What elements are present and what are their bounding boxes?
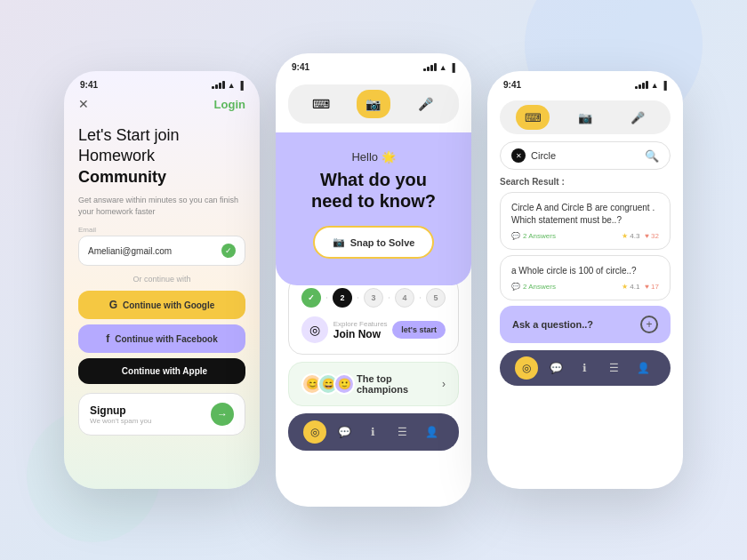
ask-text: Ask a question..? [512, 319, 593, 330]
google-icon: G [109, 299, 117, 311]
status-bar-3: 9:41 ▲ ▐ [487, 71, 683, 93]
phone-search: 9:41 ▲ ▐ ⌨ 📷 🎤 ✕ Circle 🔍 [487, 71, 683, 489]
nav-chat-button[interactable]: 💬 [333, 420, 356, 444]
answers-1: 💬 2 Answers [511, 232, 556, 240]
nav-info-btn-3[interactable]: ℹ [574, 356, 597, 380]
join-row: ◎ Explore Features Join Now let's start [301, 316, 446, 343]
step-line-4 [420, 297, 421, 299]
wifi-icon-2: ▲ [439, 63, 447, 72]
status-icons-1: ▲ ▐ [212, 81, 244, 90]
p2-toolbar: ⌨ 📷 🎤 [288, 84, 459, 124]
email-label: Email [64, 226, 260, 236]
rating-value-1: 4.3 [630, 232, 639, 240]
phone-snap: 9:41 ▲ ▐ ⌨ 📷 🎤 Hello 🌟 What do youne [276, 53, 471, 507]
camera-tool-button[interactable]: 📷 [357, 90, 390, 118]
champions-card[interactable]: 😊 😄 🙂 The top champions › [288, 362, 459, 406]
keyboard-tool-button[interactable]: ⌨ [304, 90, 338, 118]
signal-icon-2 [423, 63, 437, 71]
answers-count-2: 2 Answers [523, 283, 556, 291]
nav-info-button[interactable]: ℹ [362, 420, 385, 444]
nav-chat-btn-3[interactable]: 💬 [544, 356, 567, 380]
explore-icon: ◎ [301, 316, 328, 343]
champions-arrow: › [442, 378, 446, 390]
bottom-nav-3: ◎ 💬 ℹ ☰ 👤 [500, 350, 671, 386]
google-label: Continue with Google [123, 300, 214, 310]
nav-user-button[interactable]: 👤 [421, 420, 444, 444]
login-button[interactable]: Login [214, 98, 245, 111]
rating-1: ★ 4.3 [622, 232, 639, 240]
hero-area: Hello 🌟 What do youneed to know? 📷 Snap … [276, 132, 471, 285]
hello-text: Hello 🌟 [293, 150, 454, 164]
signup-title: Signup [90, 404, 151, 417]
bottom-nav-2: ◎ 💬 ℹ ☰ 👤 [288, 413, 459, 451]
steps-row: ✓ 2 3 4 5 [301, 288, 446, 308]
status-time-2: 9:41 [292, 62, 309, 72]
signup-card[interactable]: Signup We won't spam you → [78, 393, 245, 436]
wifi-icon-1: ▲ [228, 81, 236, 90]
phones-container: 9:41 ▲ ▐ ✕ Login Let's Start joinHomewor… [46, 36, 701, 524]
snap-camera-icon: 📷 [333, 236, 345, 248]
mic-tool-button[interactable]: 🎤 [409, 90, 443, 118]
email-field[interactable]: Ameliani@gmail.com ✓ [78, 236, 245, 266]
result-meta-2: 💬 2 Answers ★ 4.1 ♥ 17 [511, 283, 659, 291]
result-card-1[interactable]: Circle A and Circle B are congruent . Wh… [500, 192, 671, 250]
step-1: ✓ [301, 288, 321, 308]
answers-icon-1: 💬 [511, 232, 520, 240]
signup-arrow-button[interactable]: → [211, 403, 234, 426]
battery-icon-2: ▐ [450, 63, 455, 72]
ask-question-card[interactable]: Ask a question..? + [500, 306, 671, 343]
question-text: What do youneed to know? [293, 169, 454, 212]
mic-tool-btn-3[interactable]: 🎤 [621, 105, 655, 130]
apple-login-button[interactable]: Continue with Apple [78, 358, 245, 384]
signup-subtitle: We won't spam you [90, 417, 151, 425]
subtext: Get answare within minutes so you can fi… [64, 191, 260, 226]
email-value: Ameliani@gmail.com [88, 246, 172, 256]
headline-bold: Community [78, 168, 166, 186]
heart-icon-1: ♥ [645, 232, 649, 240]
search-input[interactable]: Circle [531, 150, 639, 161]
step-3: 3 [364, 288, 383, 308]
camera-tool-btn-3[interactable]: 📷 [568, 105, 602, 130]
step-4: 4 [395, 288, 414, 308]
search-bar[interactable]: ✕ Circle 🔍 [500, 141, 671, 170]
champion-avatars: 😊 😄 🙂 [301, 373, 349, 395]
step-line-3 [389, 297, 390, 299]
facebook-icon: f [106, 332, 109, 345]
heart-icon-2: ♥ [645, 283, 649, 291]
star-icon-2: ★ [622, 283, 628, 291]
likes-2: ♥ 17 [645, 283, 659, 291]
status-bar-2: 9:41 ▲ ▐ [276, 53, 471, 76]
keyboard-tool-btn-3[interactable]: ⌨ [516, 105, 550, 130]
snap-to-solve-button[interactable]: 📷 Snap to Solve [313, 226, 435, 259]
battery-icon-1: ▐ [238, 81, 244, 90]
status-icons-3: ▲ ▐ [635, 81, 667, 90]
headline: Let's Start joinHomework Community [64, 118, 260, 191]
wifi-icon-3: ▲ [651, 81, 659, 90]
signup-info: Signup We won't spam you [90, 404, 151, 425]
status-time-3: 9:41 [503, 80, 521, 90]
join-card: ✓ 2 3 4 5 ◎ Explore Features Join Now le… [288, 276, 459, 355]
nav-list-btn-3[interactable]: ☰ [603, 356, 626, 380]
likes-count-2: 17 [651, 283, 659, 291]
or-text: Or continue with [64, 275, 260, 284]
snap-label: Snap to Solve [350, 237, 415, 248]
nav-home-button[interactable]: ◎ [303, 420, 326, 444]
status-icons-2: ▲ ▐ [423, 63, 455, 72]
step-line-2 [357, 297, 358, 299]
question-1: Circle A and Circle B are congruent . Wh… [511, 202, 659, 227]
result-card-2[interactable]: a Whole circle is 100 of circle..? 💬 2 A… [500, 255, 671, 300]
nav-list-button[interactable]: ☰ [391, 420, 414, 444]
likes-1: ♥ 32 [645, 232, 659, 240]
close-button[interactable]: ✕ [78, 97, 89, 111]
nav-user-btn-3[interactable]: 👤 [632, 356, 655, 380]
rating-2: ★ 4.1 [622, 283, 639, 291]
search-submit-button[interactable]: 🔍 [645, 149, 659, 163]
facebook-login-button[interactable]: f Continue with Facebook [78, 324, 245, 353]
lets-start-button[interactable]: let's start [392, 321, 446, 339]
nav-home-btn-3[interactable]: ◎ [515, 356, 538, 380]
step-5: 5 [426, 288, 446, 308]
clear-search-button[interactable]: ✕ [511, 148, 526, 163]
ask-plus-button[interactable]: + [640, 316, 658, 333]
google-login-button[interactable]: G Continue with Google [78, 291, 245, 319]
join-title: Join Now [333, 328, 388, 340]
